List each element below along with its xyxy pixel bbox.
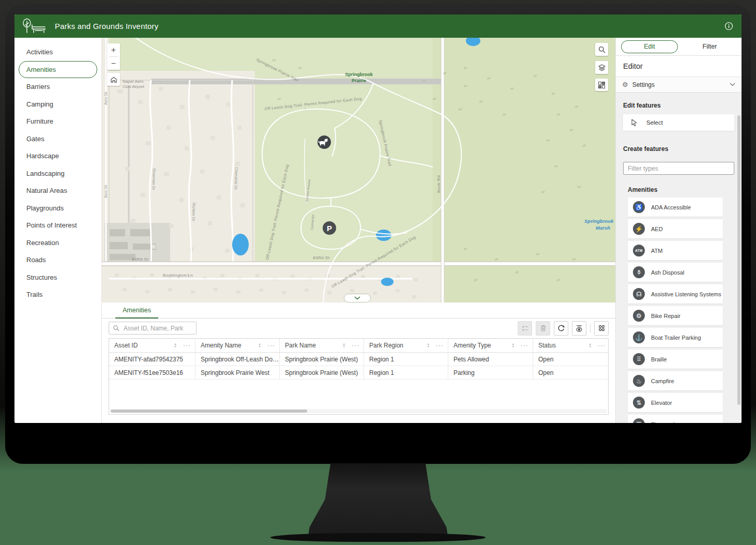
sidebar-item-amenities[interactable]: Amenities: [19, 61, 97, 79]
delete-selected-button[interactable]: [536, 321, 550, 336]
sort-icon[interactable]: ▲▼: [427, 343, 430, 348]
sidebar-item-hardscape[interactable]: Hardscape: [19, 147, 97, 165]
sidebar-item-natural-areas[interactable]: Natural Areas: [19, 182, 97, 200]
column-menu-icon[interactable]: ···: [436, 342, 444, 349]
column-menu-icon[interactable]: ···: [352, 342, 359, 349]
map-label-airport: Naper Aero: [123, 79, 144, 84]
show-selection-button[interactable]: [518, 321, 532, 336]
column-menu-icon[interactable]: ···: [521, 342, 528, 349]
horizontal-scrollbar[interactable]: [110, 409, 607, 413]
map-label-skylane-dr: Skylane Dr: [191, 202, 196, 221]
feature-type-list: ♿ ADA Accessible ⚡ AED ATM ATM: [628, 198, 723, 423]
table-options-button[interactable]: [594, 321, 609, 336]
map-canvas[interactable]: Naper Aero Club Airport Aero Dr Aero Dr …: [102, 38, 615, 302]
column-header-park-region[interactable]: Park Region ▲▼ ···: [364, 339, 448, 352]
map-label-boddington-ln: Boddington Ln: [163, 273, 193, 278]
settings-accordion[interactable]: ⚙ Settings: [616, 77, 742, 93]
type-ada-accessible[interactable]: ♿ ADA Accessible: [628, 198, 723, 217]
select-tool-button[interactable]: Select: [623, 114, 734, 131]
sort-icon[interactable]: ▲▼: [174, 343, 177, 348]
svg-text:Club Airport: Club Airport: [123, 84, 145, 89]
eye-columns-icon: [575, 324, 583, 332]
tab-edit[interactable]: Edit: [621, 40, 678, 53]
parking-marker[interactable]: P: [323, 221, 336, 235]
zoom-control: + −: [107, 43, 120, 70]
type-firewood[interactable]: ☲ Firewood: [628, 415, 723, 423]
tab-filter[interactable]: Filter: [678, 43, 742, 50]
column-header-status[interactable]: Status ▲▼ ···: [533, 339, 609, 352]
type-elevator[interactable]: ⇅ Elevator: [628, 393, 723, 412]
braille-icon: ⠿: [633, 353, 645, 365]
boat-trailer-parking-icon: ⚓: [633, 331, 645, 343]
type-aed[interactable]: ⚡ AED: [628, 219, 723, 238]
gear-icon: ⚙: [622, 81, 628, 88]
type-bike-repair[interactable]: ⚙ Bike Repair: [628, 306, 723, 325]
table-tabs-row: Amenities: [102, 302, 615, 319]
sidebar-item-furniture[interactable]: Furniture: [19, 113, 97, 130]
campfire-icon: ♨: [633, 375, 645, 387]
filter-types-input[interactable]: [623, 162, 734, 175]
monitor-stand: [308, 463, 448, 536]
type-campfire[interactable]: ♨ Campfire: [628, 371, 723, 390]
map-graphics: Naper Aero Club Airport Aero Dr Aero Dr …: [102, 38, 615, 302]
settings-label: Settings: [632, 81, 655, 88]
refresh-button[interactable]: [554, 321, 568, 336]
sidebar-item-camping[interactable]: Camping: [19, 96, 97, 113]
layers-icon[interactable]: [595, 61, 608, 74]
info-icon[interactable]: [724, 22, 733, 31]
table-row[interactable]: AMENITY-afad79542375 Springbrook Off-Lea…: [109, 353, 608, 366]
sidebar-item-gates[interactable]: Gates: [19, 130, 97, 148]
sidebar-item-playgrounds[interactable]: Playgrounds: [19, 200, 97, 217]
map-label-aero-dr: Aero Dr: [103, 92, 108, 105]
table-search-input[interactable]: [123, 324, 192, 332]
app-window: Parks and Grounds Inventory Activities A…: [14, 14, 742, 423]
sidebar-item-structures[interactable]: Structures: [19, 269, 97, 286]
sort-icon[interactable]: ▲▼: [343, 343, 345, 348]
scrollbar-thumb[interactable]: [111, 410, 307, 413]
sort-icon[interactable]: ▲▼: [259, 343, 261, 348]
divider: [590, 324, 591, 333]
sidebar-item-barriers[interactable]: Barriers: [19, 78, 97, 96]
attribute-table: Asset ID ▲▼ ··· Amenity Name ▲▼ ···: [109, 338, 609, 415]
type-atm[interactable]: ATM ATM: [628, 241, 723, 260]
sort-icon[interactable]: ▲▼: [512, 343, 515, 348]
sidebar-item-points-of-interest[interactable]: Points of Interest: [19, 217, 97, 234]
map-label-stearman-dr: Stearman Dr: [152, 168, 157, 190]
table-collapse-handle[interactable]: [344, 294, 371, 302]
zoom-in-button[interactable]: +: [107, 43, 120, 56]
sort-icon[interactable]: ▲▼: [589, 343, 592, 348]
sidebar-item-trails[interactable]: Trails: [19, 286, 97, 304]
table-row[interactable]: AMENITY-f51ee7503e16 Springbrook Prairie…: [109, 366, 608, 380]
home-extent-button[interactable]: [107, 73, 120, 86]
column-header-amenity-name[interactable]: Amenity Name ▲▼ ···: [195, 339, 280, 352]
panel-scrollbar[interactable]: [737, 115, 740, 405]
edit-features-label: Edit features: [623, 102, 734, 109]
type-assistive-listening[interactable]: ☊ Assistive Listening Systems: [628, 284, 723, 304]
zoom-out-button[interactable]: −: [107, 57, 120, 70]
sidebar-item-landscaping[interactable]: Landscaping: [19, 165, 97, 183]
attribute-table-panel: Amenities: [102, 302, 615, 423]
table-search-box[interactable]: [109, 322, 196, 335]
create-features-label: Create features: [623, 145, 734, 153]
sidebar-item-recreation[interactable]: Recreation: [19, 234, 97, 252]
map-label-chandelle-dr: Chandelle Dr: [233, 167, 239, 190]
column-menu-icon[interactable]: ···: [183, 342, 191, 349]
table-tab-amenities[interactable]: Amenities: [115, 303, 158, 319]
column-header-park-name[interactable]: Park Name ▲▼ ···: [280, 339, 364, 352]
map-label-book-rd: Book Rd: [436, 175, 441, 193]
type-boat-trailer-parking[interactable]: ⚓ Boat Trailer Parking: [628, 328, 723, 347]
map-search-button[interactable]: [595, 43, 608, 56]
type-braille[interactable]: ⠿ Braille: [628, 350, 723, 369]
ash-disposal-icon: ⚱: [633, 266, 645, 278]
dog-park-marker[interactable]: [317, 135, 331, 149]
hide-columns-button[interactable]: [572, 321, 586, 336]
column-header-amenity-type[interactable]: Amenity Type ▲▼ ···: [448, 339, 533, 352]
column-menu-icon[interactable]: ···: [267, 342, 275, 349]
type-ash-disposal[interactable]: ⚱ Ash Disposal: [628, 263, 723, 282]
column-menu-icon[interactable]: ···: [598, 342, 606, 349]
basemap-gallery-button[interactable]: [595, 79, 608, 91]
sidebar-item-roads[interactable]: Roads: [19, 251, 97, 269]
editor-panel: Edit Filter Editor ⚙ Settings Edit featu…: [615, 38, 742, 423]
column-header-asset-id[interactable]: Asset ID ▲▼ ···: [109, 339, 195, 352]
sidebar-item-activities[interactable]: Activities: [19, 43, 97, 61]
